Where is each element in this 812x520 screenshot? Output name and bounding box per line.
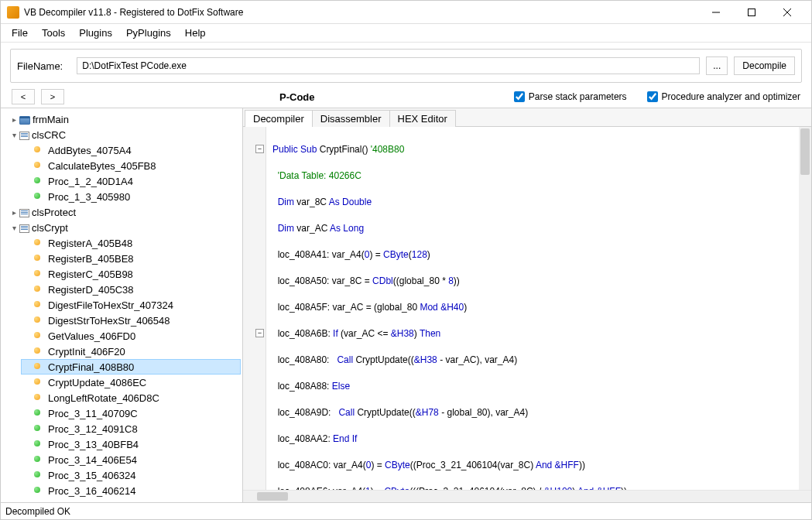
secondary-toolbar: < > P-Code Parse stack parameters Proced… <box>1 86 811 108</box>
tree-node-proc13[interactable]: Proc_1_3_405980 <box>21 189 241 204</box>
filename-input[interactable] <box>77 57 700 74</box>
method-icon <box>33 176 46 186</box>
tree-node-proc313[interactable]: Proc_3_13_40BFB4 <box>21 436 241 452</box>
menubar: File Tools Plugins PyPlugins Help <box>1 24 811 43</box>
nav-back-button[interactable]: < <box>12 89 35 104</box>
horizontal-scrollbar[interactable] <box>243 490 811 502</box>
tree-node-cryptinit[interactable]: CryptInit_406F20 <box>21 344 241 359</box>
method-icon <box>33 253 46 264</box>
window-title: VB Decompiler v11.8 - Registered to DotF… <box>24 7 698 18</box>
maximize-button[interactable] <box>734 1 769 24</box>
tree-node-calculatebytes[interactable]: CalculateBytes_405FB8 <box>21 158 241 173</box>
method-icon <box>33 439 46 450</box>
code-text[interactable]: −Public Sub CryptFinal() '408B80 'Data T… <box>243 127 811 490</box>
class-icon <box>19 224 29 233</box>
method-icon <box>33 238 46 248</box>
method-icon <box>33 269 46 279</box>
method-icon <box>33 299 46 310</box>
minimize-button[interactable] <box>698 1 734 24</box>
method-icon <box>33 346 46 357</box>
form-icon <box>19 116 30 125</box>
method-icon <box>33 485 46 496</box>
method-icon <box>33 330 46 341</box>
method-icon <box>33 160 46 171</box>
tree-node-getvalues[interactable]: GetValues_406FD0 <box>21 328 241 344</box>
expand-icon[interactable]: ▸ <box>9 207 19 217</box>
file-bar: FileName: ... Decompile <box>10 49 802 83</box>
parse-stack-check[interactable] <box>514 91 525 102</box>
method-icon <box>33 423 46 434</box>
tree-node-clsprotect[interactable]: ▸clsProtect <box>7 204 241 220</box>
code-gutter <box>243 127 266 490</box>
collapse-icon[interactable]: ▾ <box>9 129 19 140</box>
tree-node-digeststr[interactable]: DigestStrToHexStr_406548 <box>21 313 241 328</box>
method-icon <box>33 191 46 202</box>
tree-node-digestfile[interactable]: DigestFileToHexStr_407324 <box>21 297 241 313</box>
tree-node-registerb[interactable]: RegisterB_405BE8 <box>21 251 241 266</box>
parse-stack-checkbox[interactable]: Parse stack parameters <box>514 91 627 102</box>
tab-disassembler[interactable]: Disassembler <box>312 110 390 127</box>
tree-node-proc311[interactable]: Proc_3_11_40709C <box>21 405 241 421</box>
menu-file[interactable]: File <box>5 26 34 40</box>
tree-node-registerd[interactable]: RegisterD_405C38 <box>21 282 241 297</box>
tree-node-proc314[interactable]: Proc_3_14_406E54 <box>21 452 241 467</box>
code-body[interactable]: −Public Sub CryptFinal() '408B80 'Data T… <box>243 127 811 490</box>
method-icon <box>33 361 46 372</box>
proc-analyzer-check[interactable] <box>647 91 658 102</box>
menu-pyplugins[interactable]: PyPlugins <box>120 26 177 40</box>
mode-label: P-Code <box>279 91 315 103</box>
tree-node-proc316[interactable]: Proc_3_16_406214 <box>21 483 241 498</box>
tree-node-proc312[interactable]: Proc_3_12_4091C8 <box>21 421 241 436</box>
filename-label: FileName: <box>17 60 66 72</box>
scrollbar-thumb[interactable] <box>257 492 288 501</box>
method-icon <box>33 408 46 419</box>
vertical-scrollbar[interactable] <box>799 127 811 490</box>
tree-node-registera[interactable]: RegisterA_405B48 <box>21 235 241 251</box>
method-icon <box>33 145 46 156</box>
tree-node-registerc[interactable]: RegisterC_405B98 <box>21 266 241 282</box>
main-area: ▸frmMain ▾clsCRC AddBytes_4075A4 Calcula… <box>1 108 811 502</box>
tree-node-cryptupdate[interactable]: CryptUpdate_4086EC <box>21 375 241 390</box>
tree-node-cryptfinal[interactable]: CryptFinal_408B80 <box>21 359 241 375</box>
method-icon <box>33 454 46 465</box>
fold-icon[interactable]: − <box>255 145 264 153</box>
tab-decompiler[interactable]: Decompiler <box>245 110 313 127</box>
tree-node-longleftrotate[interactable]: LongLeftRotate_406D8C <box>21 390 241 405</box>
status-bar: Decompiled OK <box>1 502 811 519</box>
tab-hex[interactable]: HEX Editor <box>389 110 456 127</box>
menu-help[interactable]: Help <box>179 26 212 40</box>
tree-node-proc315[interactable]: Proc_3_15_406324 <box>21 467 241 483</box>
method-icon <box>33 377 46 388</box>
browse-button[interactable]: ... <box>706 56 728 75</box>
method-icon <box>33 284 46 295</box>
nav-forward-button[interactable]: > <box>41 89 64 104</box>
collapse-icon[interactable]: ▾ <box>9 222 19 233</box>
code-tabs: Decompiler Disassembler HEX Editor <box>243 108 811 127</box>
expand-icon[interactable]: ▸ <box>9 114 19 125</box>
tree-node-clscrypt[interactable]: ▾clsCrypt <box>7 220 241 235</box>
tree-node-addbytes[interactable]: AddBytes_4075A4 <box>21 142 241 158</box>
class-icon <box>19 132 29 140</box>
proc-analyzer-checkbox[interactable]: Procedure analyzer and optimizer <box>647 91 800 102</box>
scrollbar-thumb[interactable] <box>800 128 810 175</box>
tree-node-clscrc[interactable]: ▾clsCRC <box>7 127 241 142</box>
method-icon <box>33 315 46 326</box>
tree-node-proc12[interactable]: Proc_1_2_40D1A4 <box>21 173 241 189</box>
app-icon <box>7 6 19 19</box>
code-pane: Decompiler Disassembler HEX Editor −Publ… <box>243 108 811 502</box>
class-icon <box>19 209 29 217</box>
method-icon <box>33 470 46 481</box>
tree-pane[interactable]: ▸frmMain ▾clsCRC AddBytes_4075A4 Calcula… <box>1 108 243 502</box>
decompile-button[interactable]: Decompile <box>734 56 795 75</box>
fold-icon[interactable]: − <box>255 329 264 337</box>
menu-tools[interactable]: Tools <box>36 26 71 40</box>
close-button[interactable] <box>769 1 805 24</box>
titlebar: VB Decompiler v11.8 - Registered to DotF… <box>1 1 811 24</box>
menu-plugins[interactable]: Plugins <box>73 26 118 40</box>
method-icon <box>33 392 46 403</box>
svg-rect-1 <box>749 9 755 15</box>
status-text: Decompiled OK <box>5 506 70 517</box>
tree-node-frmmain[interactable]: ▸frmMain <box>7 111 241 127</box>
